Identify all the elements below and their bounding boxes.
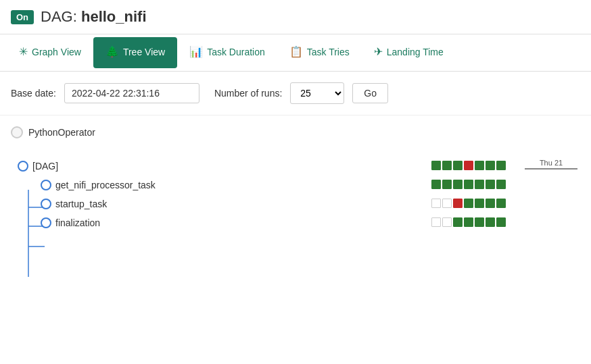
task-duration-icon: 📊 — [189, 45, 203, 58]
date-header: Thu 21 — [525, 159, 577, 170]
dag-node-label: [DAG] — [32, 161, 58, 172]
box-4 — [464, 180, 473, 189]
date-header-label: Thu 21 — [525, 159, 577, 167]
tab-tree-view-label: Tree View — [123, 47, 165, 57]
box-2 — [442, 217, 452, 227]
tab-landing-time[interactable]: ✈ Landing Time — [362, 37, 456, 68]
box-1 — [431, 161, 441, 170]
landing-time-icon: ✈ — [374, 45, 383, 58]
tab-tree-view[interactable]: 🌲 Tree View — [93, 37, 177, 68]
box-2 — [442, 199, 452, 208]
tree-area: PythonOperator Thu 21 [DAG] — [0, 115, 591, 318]
legend-item: PythonOperator — [11, 126, 580, 138]
tab-graph-view[interactable]: ✳ Graph View — [7, 37, 93, 68]
box-7 — [496, 180, 506, 189]
startup-node-boxes — [431, 199, 506, 208]
startup-node-indent: startup_task — [41, 199, 107, 209]
tab-task-duration[interactable]: 📊 Task Duration — [177, 37, 277, 68]
get-nifi-node-circle — [41, 180, 51, 190]
box-7 — [496, 161, 506, 170]
dag-node-circle — [18, 161, 28, 172]
get-nifi-node-label: get_nifi_processor_task — [55, 180, 156, 190]
tree-view-icon: 🌲 — [105, 45, 119, 58]
tab-graph-view-label: Graph View — [32, 47, 81, 57]
controls-row: Base date: Number of runs: 5 10 25 50 10… — [0, 72, 591, 115]
tree-row-finalization: finalization — [11, 215, 506, 230]
go-button[interactable]: Go — [352, 83, 388, 103]
dag-node-indent: [DAG] — [18, 161, 58, 172]
box-1 — [431, 180, 441, 189]
box-5 — [475, 199, 484, 208]
get-nifi-node-boxes — [431, 180, 506, 189]
finalization-node-boxes — [431, 217, 506, 227]
tab-task-tries-label: Task Tries — [307, 47, 350, 57]
tab-task-tries[interactable]: 📋 Task Tries — [277, 37, 362, 68]
dag-status-badge: On — [11, 10, 34, 24]
box-6 — [486, 161, 495, 170]
startup-node-circle — [41, 199, 51, 209]
box-3 — [453, 161, 463, 170]
box-3 — [453, 217, 463, 227]
finalization-node-label: finalization — [55, 217, 100, 228]
dag-title-prefix: DAG: — [41, 8, 81, 25]
page-header: On DAG: hello_nifi — [0, 0, 591, 34]
box-2 — [442, 180, 452, 189]
box-1 — [431, 199, 441, 208]
runs-select[interactable]: 5 10 25 50 100 — [290, 82, 344, 104]
finalization-node-indent: finalization — [41, 217, 100, 228]
tab-task-duration-label: Task Duration — [207, 47, 265, 57]
tree-container: Thu 21 [DAG] — [11, 159, 580, 230]
box-5 — [475, 161, 484, 170]
box-5 — [475, 217, 484, 227]
box-3 — [453, 199, 463, 208]
tree-row-dag: [DAG] — [11, 159, 506, 174]
startup-node-label: startup_task — [55, 199, 107, 209]
tree-row-startup: startup_task — [11, 197, 506, 211]
box-4 — [464, 161, 473, 170]
box-3 — [453, 180, 463, 189]
page-title: DAG: hello_nifi — [41, 8, 146, 26]
base-date-label: Base date: — [11, 88, 56, 99]
nav-tabs: ✳ Graph View 🌲 Tree View 📊 Task Duration… — [0, 34, 591, 72]
box-4 — [464, 199, 473, 208]
box-1 — [431, 217, 441, 227]
legend-circle — [11, 126, 23, 138]
box-5 — [475, 180, 484, 189]
base-date-input[interactable] — [64, 83, 199, 103]
finalization-node-circle — [41, 217, 51, 228]
box-6 — [486, 180, 495, 189]
dag-node-boxes — [431, 161, 506, 170]
box-2 — [442, 161, 452, 170]
dag-name: hello_nifi — [81, 8, 147, 25]
task-tries-icon: 📋 — [289, 45, 303, 58]
box-7 — [496, 199, 506, 208]
legend-label: PythonOperator — [28, 127, 95, 138]
graph-view-icon: ✳ — [19, 45, 28, 58]
date-underline — [525, 168, 577, 170]
box-4 — [464, 217, 473, 227]
runs-label: Number of runs: — [214, 88, 282, 99]
tree-row-get-nifi: get_nifi_processor_task — [11, 178, 506, 192]
tab-landing-time-label: Landing Time — [387, 47, 444, 57]
box-7 — [496, 217, 506, 227]
box-6 — [486, 217, 495, 227]
box-6 — [486, 199, 495, 208]
get-nifi-node-indent: get_nifi_processor_task — [41, 180, 156, 190]
